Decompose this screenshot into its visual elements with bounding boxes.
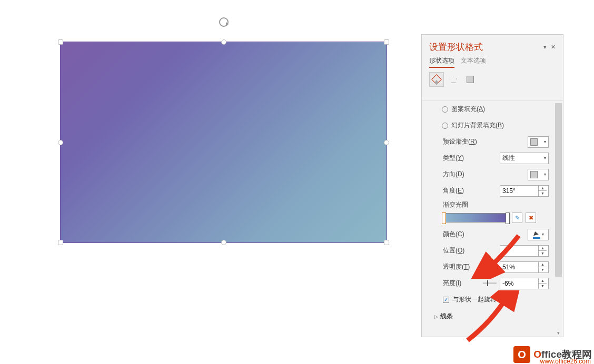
add-stop-icon: ✎ bbox=[515, 215, 520, 221]
angle-input[interactable]: ▲▼ bbox=[500, 185, 549, 197]
paint-bucket-icon bbox=[431, 74, 442, 85]
gradient-stop-1[interactable] bbox=[442, 213, 446, 224]
resize-handle-ml[interactable] bbox=[58, 140, 63, 145]
add-stop-button[interactable]: ✎ bbox=[512, 213, 522, 223]
spin-down[interactable]: ▼ bbox=[539, 191, 547, 196]
tab-shape-options[interactable]: 形状选项 bbox=[429, 56, 454, 68]
panel-menu-icon[interactable]: ▾ bbox=[543, 44, 547, 50]
angle-field[interactable] bbox=[500, 186, 538, 196]
tab-text-options[interactable]: 文本选项 bbox=[461, 56, 486, 68]
resize-handle-mr[interactable] bbox=[384, 140, 389, 145]
panel-close-icon[interactable]: ✕ bbox=[551, 44, 556, 50]
preset-gradient-dropdown[interactable]: ▾ bbox=[528, 136, 549, 148]
remove-stop-icon: ✖ bbox=[529, 215, 533, 221]
scroll-down-icon[interactable]: ▾ bbox=[555, 329, 562, 337]
effects-tool[interactable] bbox=[446, 72, 461, 87]
label-color: 颜色(C) bbox=[443, 230, 464, 239]
label-position: 位置(O) bbox=[443, 246, 464, 255]
brightness-field[interactable] bbox=[500, 278, 538, 289]
swatch-icon bbox=[530, 138, 538, 146]
transparency-input[interactable]: ▲▼ bbox=[500, 261, 549, 273]
brightness-slider[interactable] bbox=[483, 282, 497, 284]
scrollbar-thumb[interactable] bbox=[555, 103, 562, 277]
checkbox-rotate-with-shape[interactable]: ✓ bbox=[443, 297, 449, 303]
resize-handle-br[interactable] bbox=[384, 240, 389, 245]
panel-title: 设置形状格式 bbox=[429, 41, 483, 53]
canvas bbox=[0, 0, 420, 337]
type-value: 线性 bbox=[502, 154, 515, 163]
label-transparency: 透明度(T) bbox=[443, 262, 470, 271]
label-rotate-with-shape: 与形状一起旋转 bbox=[452, 295, 497, 304]
label-pattern-fill: 图案填充(A) bbox=[451, 105, 485, 114]
resize-handle-tm[interactable] bbox=[221, 39, 226, 45]
radio-pattern-fill[interactable] bbox=[442, 106, 448, 113]
label-slide-bg-fill: 幻灯片背景填充(B) bbox=[451, 121, 504, 130]
resize-handle-tl[interactable] bbox=[58, 39, 63, 45]
label-gradient-stops: 渐变光圈 bbox=[443, 200, 468, 209]
scrollbar[interactable]: ▾ bbox=[554, 101, 563, 337]
label-direction: 方向(D) bbox=[443, 170, 464, 179]
label-preset-gradient: 预设渐变(R) bbox=[443, 137, 477, 146]
resize-handle-tr[interactable] bbox=[384, 39, 389, 45]
collapse-icon[interactable]: ▷ bbox=[434, 314, 438, 319]
label-brightness: 亮度(I) bbox=[443, 279, 461, 288]
remove-stop-button[interactable]: ✖ bbox=[526, 213, 536, 223]
watermark-logo: O bbox=[513, 346, 530, 363]
gradient-shape[interactable] bbox=[60, 42, 387, 243]
position-field[interactable] bbox=[500, 246, 538, 256]
pentagon-icon bbox=[450, 76, 457, 83]
rotate-handle[interactable] bbox=[219, 17, 229, 27]
swatch-icon bbox=[530, 171, 538, 178]
section-line: 线条 bbox=[440, 312, 453, 321]
gradient-stop-2[interactable] bbox=[506, 213, 510, 224]
resize-handle-bl[interactable] bbox=[58, 240, 63, 245]
transparency-field[interactable] bbox=[500, 262, 538, 272]
paint-icon bbox=[533, 231, 540, 238]
spin-up[interactable]: ▲ bbox=[539, 186, 547, 191]
label-angle: 角度(E) bbox=[443, 186, 464, 195]
resize-handle-bm[interactable] bbox=[221, 240, 226, 245]
gradient-stops-track[interactable] bbox=[443, 213, 509, 223]
label-type: 类型(Y) bbox=[443, 154, 464, 163]
position-input[interactable]: ▲▼ bbox=[500, 245, 549, 257]
size-properties-tool[interactable] bbox=[463, 72, 478, 87]
direction-dropdown[interactable]: ▾ bbox=[528, 169, 549, 180]
type-dropdown[interactable]: 线性▾ bbox=[500, 153, 549, 164]
fill-line-tool[interactable] bbox=[429, 72, 444, 87]
transparency-slider[interactable] bbox=[483, 266, 497, 268]
size-icon bbox=[467, 76, 474, 83]
color-dropdown[interactable]: ▾ bbox=[528, 229, 549, 240]
watermark-url: www.office26.com bbox=[540, 358, 591, 364]
format-shape-panel: 设置形状格式 ▾ ✕ 形状选项 文本选项 ▾ 图案填充(A) 幻灯片背景填充(B… bbox=[421, 34, 563, 337]
brightness-input[interactable]: ▲▼ bbox=[500, 278, 549, 289]
radio-slide-bg-fill[interactable] bbox=[442, 123, 448, 129]
